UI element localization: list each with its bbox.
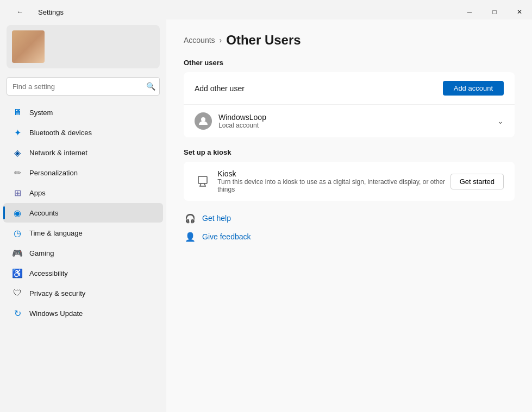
help-icon: 🎧 [184, 212, 197, 225]
sidebar-item-network[interactable]: ◈ Network & internet [3, 143, 163, 162]
get-started-button[interactable]: Get started [450, 174, 504, 189]
kiosk-row: Kiosk Turn this device into a kiosk to u… [184, 162, 515, 201]
help-link-label: Get help [202, 214, 231, 223]
sidebar-item-apps[interactable]: ⊞ Apps [3, 183, 163, 202]
titlebar-title: Settings [38, 8, 64, 16]
network-icon: ◈ [12, 147, 23, 158]
bluetooth-icon: ✦ [12, 127, 23, 138]
other-users-title: Other users [184, 59, 515, 67]
help-link-feedback[interactable]: 👤 Give feedback [184, 230, 515, 243]
sidebar-item-time[interactable]: ◷ Time & language [3, 223, 163, 243]
feedback-icon: 👤 [184, 230, 197, 243]
sidebar-item-label: Personalization [29, 169, 78, 177]
other-users-card: Add other user Add account WindowsLoop L… [184, 72, 515, 137]
add-other-user-label: Add other user [195, 84, 245, 93]
sidebar-item-label: Windows Update [29, 309, 83, 318]
titlebar-left: ← Settings [0, 3, 64, 21]
sidebar-item-label: Time & language [29, 229, 83, 237]
minimize-button[interactable]: ─ [457, 3, 482, 21]
app-body: 🔍 🖥 System ✦ Bluetooth & devices ◈ Netwo… [0, 20, 532, 412]
sidebar-item-label: Accounts [29, 209, 58, 217]
accessibility-icon: ♿ [12, 268, 23, 278]
accounts-icon: ◉ [12, 207, 23, 218]
sidebar-item-update[interactable]: ↻ Windows Update [3, 303, 163, 323]
table-row[interactable]: WindowsLoop Local account ⌄ [184, 104, 515, 137]
privacy-icon: 🛡 [12, 288, 23, 299]
kiosk-text: Kiosk Turn this device into a kiosk to u… [217, 169, 450, 193]
help-link-help[interactable]: 🎧 Get help [184, 212, 515, 225]
sidebar: 🔍 🖥 System ✦ Bluetooth & devices ◈ Netwo… [0, 20, 166, 412]
sidebar-item-label: System [29, 109, 53, 117]
user-avatar-small [195, 112, 212, 130]
sidebar-item-label: Gaming [29, 249, 54, 257]
user-info: WindowsLoop Local account [195, 112, 266, 130]
gaming-icon: 🎮 [12, 248, 23, 258]
titlebar-controls: ─ □ ✕ [457, 3, 532, 21]
kiosk-name: Kiosk [217, 169, 450, 178]
kiosk-description: Turn this device into a kiosk to use as … [217, 178, 450, 193]
breadcrumb-parent[interactable]: Accounts [184, 36, 215, 45]
user-profile[interactable] [7, 25, 160, 68]
user-details: WindowsLoop Local account [218, 113, 266, 129]
personalization-icon: ✏ [12, 167, 23, 178]
user-name: WindowsLoop [218, 113, 266, 122]
search-input[interactable] [7, 77, 160, 96]
svg-point-0 [201, 117, 205, 122]
update-icon: ↻ [12, 308, 23, 319]
sidebar-item-privacy[interactable]: 🛡 Privacy & security [3, 283, 163, 303]
kiosk-info: Kiosk Turn this device into a kiosk to u… [195, 169, 450, 193]
sidebar-item-accessibility[interactable]: ♿ Accessibility [3, 263, 163, 283]
sidebar-item-bluetooth[interactable]: ✦ Bluetooth & devices [3, 123, 163, 142]
help-link-label: Give feedback [202, 232, 251, 241]
close-button[interactable]: ✕ [507, 3, 532, 21]
user-type: Local account [218, 122, 266, 129]
kiosk-icon [195, 173, 211, 190]
breadcrumb-separator: › [220, 36, 222, 45]
search-box: 🔍 [7, 77, 160, 96]
add-user-row: Add other user Add account [184, 72, 515, 104]
avatar [12, 30, 45, 63]
system-icon: 🖥 [12, 107, 23, 118]
add-account-button[interactable]: Add account [443, 81, 504, 96]
sidebar-item-label: Privacy & security [29, 289, 85, 297]
sidebar-item-gaming[interactable]: 🎮 Gaming [3, 243, 163, 263]
maximize-button[interactable]: □ [482, 3, 507, 21]
sidebar-item-system[interactable]: 🖥 System [3, 103, 163, 122]
back-button[interactable]: ← [8, 3, 33, 21]
sidebar-item-label: Accessibility [29, 269, 68, 277]
help-links: 🎧 Get help 👤 Give feedback [184, 212, 515, 243]
page-title: Other Users [226, 33, 301, 48]
sidebar-item-label: Apps [29, 189, 46, 197]
titlebar: ← Settings ─ □ ✕ [0, 0, 532, 20]
sidebar-item-label: Bluetooth & devices [29, 129, 92, 137]
sidebar-nav: 🖥 System ✦ Bluetooth & devices ◈ Network… [0, 102, 166, 324]
svg-rect-1 [198, 176, 207, 183]
kiosk-card: Kiosk Turn this device into a kiosk to u… [184, 162, 515, 201]
sidebar-item-label: Network & internet [29, 149, 87, 157]
apps-icon: ⊞ [12, 187, 23, 198]
breadcrumb: Accounts › Other Users [184, 33, 515, 48]
chevron-down-icon: ⌄ [497, 117, 504, 125]
time-icon: ◷ [12, 227, 23, 238]
sidebar-item-personalization[interactable]: ✏ Personalization [3, 163, 163, 182]
sidebar-item-accounts[interactable]: ◉ Accounts [3, 203, 163, 223]
kiosk-section-title: Set up a kiosk [184, 148, 515, 156]
search-icon: 🔍 [146, 82, 155, 91]
main-content: Accounts › Other Users Other users Add o… [166, 20, 532, 412]
